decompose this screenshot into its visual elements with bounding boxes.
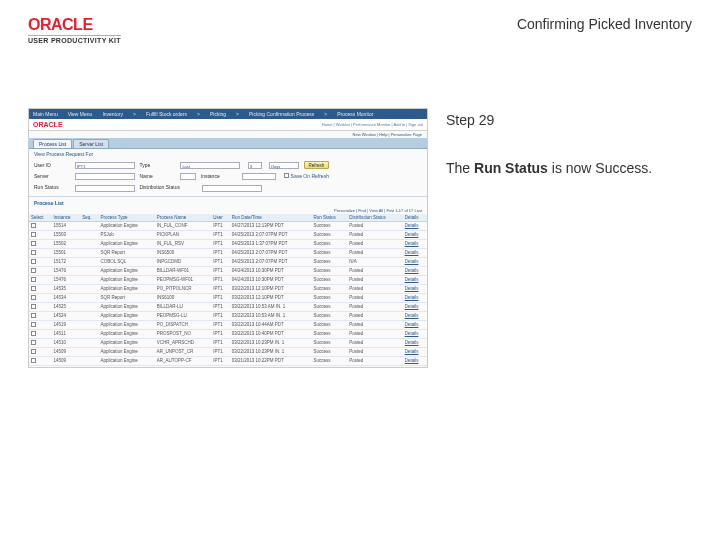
filter-row3: Run Status Distribution Status — [29, 182, 427, 193]
diststatus-input[interactable] — [202, 185, 262, 192]
step-number: Step 29 — [446, 112, 692, 128]
table-row: 14405Application EngineCLI_IN_APRNTIPT10… — [29, 365, 427, 368]
userid-input[interactable]: IPT1 — [75, 162, 135, 169]
details-link[interactable]: Details — [403, 356, 427, 365]
refresh-button[interactable]: Refresh — [304, 161, 330, 169]
type2-input[interactable]: 3 — [248, 162, 262, 169]
details-link[interactable]: Details — [403, 320, 427, 329]
table-row: 15172COBOL SQLINPGCDMDIPT104/25/2013 2:0… — [29, 257, 427, 266]
app-header: ORACLE Home | Worklist | Performance Mon… — [29, 119, 427, 131]
process-list-heading: Process List — [29, 199, 427, 207]
details-link[interactable]: Details — [403, 284, 427, 293]
table-row: 15502Application EngineIN_FUL_RSVIPT104/… — [29, 239, 427, 248]
details-link[interactable]: Details — [403, 239, 427, 248]
details-link[interactable]: Details — [403, 266, 427, 275]
table-row: 14525Application EngineBILLDAR-LUIPT103/… — [29, 302, 427, 311]
table-row: 15503PSJobPICKPLANIPT104/25/2013 2:07:07… — [29, 230, 427, 239]
details-link[interactable]: Details — [403, 257, 427, 266]
details-link[interactable]: Details — [403, 347, 427, 356]
table-row: 15501SQR ReportINS6500IPT104/25/2013 2:0… — [29, 248, 427, 257]
tab-server-list[interactable]: Server List — [73, 139, 109, 148]
details-link[interactable]: Details — [403, 293, 427, 302]
details-link[interactable]: Details — [403, 275, 427, 284]
tab-process-list[interactable]: Process List — [33, 139, 72, 148]
runstatus-input[interactable] — [75, 185, 135, 192]
name-lookup[interactable] — [180, 173, 196, 180]
table-row: 14510Application EngineVCHR_APRSCHDIPT10… — [29, 338, 427, 347]
table-row: 14534SQR ReportINS6100IPT103/22/2013 12:… — [29, 293, 427, 302]
oracle-logo: ORACLE — [28, 16, 121, 34]
table-row: 14509Application EngineAR_AUTOPP-CFIPT10… — [29, 356, 427, 365]
table-row: 14524Application EnginePEOPMSG-LUIPT103/… — [29, 311, 427, 320]
instruction-panel: Step 29 The Run Status is now Success. — [446, 108, 692, 368]
details-link[interactable]: Details — [403, 248, 427, 257]
details-link[interactable]: Details — [403, 338, 427, 347]
table-row: 15476Application EnginePEOPMSG-WF01IPT10… — [29, 275, 427, 284]
details-link[interactable]: Details — [403, 302, 427, 311]
app-breadcrumb: New Window | Help | Personalize Page — [29, 131, 427, 138]
details-link[interactable]: Details — [403, 221, 427, 230]
table-row: 15476Application EngineBILLDAR-WF01IPT10… — [29, 266, 427, 275]
type3-input[interactable]: Days — [269, 162, 299, 169]
table-row: 15514Application EngineIN_FUL_CONFIPT104… — [29, 221, 427, 230]
type-input[interactable]: Last — [180, 162, 240, 169]
brand-block: ORACLE USER PRODUCTIVITY KIT — [28, 16, 121, 44]
table-nav[interactable]: Personalize | Find | View All | First 1-… — [29, 207, 427, 214]
page-title: Confirming Picked Inventory — [517, 16, 692, 32]
server-input[interactable] — [75, 173, 135, 180]
app-menubar: Main MenuView MenuInventory>Fulfill Stoc… — [29, 109, 427, 119]
table-row: 14511Application EnginePROSPOST_NOIPT103… — [29, 329, 427, 338]
table-row: 14519Application EnginePO_DISPATCHIPT103… — [29, 320, 427, 329]
details-link[interactable]: Details — [403, 311, 427, 320]
details-link[interactable]: Details — [403, 329, 427, 338]
details-link[interactable]: Details — [403, 365, 427, 368]
table-row: 14535Application EnginePO_PITPOLNCRIPT10… — [29, 284, 427, 293]
details-link[interactable]: Details — [403, 230, 427, 239]
filter-row1: User IDIPT1 TypeLast 3 Days Refresh — [29, 159, 427, 171]
app-tabs: Process List Server List — [29, 138, 427, 149]
save-refresh-checkbox[interactable] — [284, 173, 289, 178]
step-description: The Run Status is now Success. — [446, 160, 692, 176]
screenshot: Main MenuView MenuInventory>Fulfill Stoc… — [28, 108, 428, 368]
process-table: SelectInstanceSeq.Process TypeProcess Na… — [29, 214, 427, 368]
table-row: 14509Application EngineAR_UNPOST_CRIPT10… — [29, 347, 427, 356]
upk-label: USER PRODUCTIVITY KIT — [28, 35, 121, 44]
filter-title: View Process Request For — [29, 149, 427, 159]
instance-input[interactable] — [242, 173, 276, 180]
filter-row2: Server Name Instance Save On Refresh — [29, 171, 427, 182]
